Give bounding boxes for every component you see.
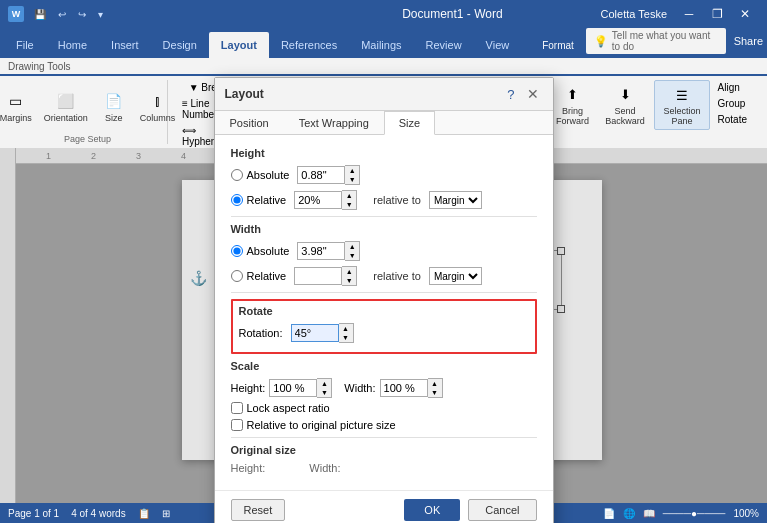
tab-review[interactable]: Review	[414, 32, 474, 58]
width-relative-spin[interactable]: ▲ ▼	[294, 266, 357, 286]
undo-button[interactable]: ↩	[54, 7, 70, 22]
width-rel-down[interactable]: ▼	[342, 276, 356, 285]
rotation-spinners[interactable]: ▲ ▼	[339, 323, 354, 343]
scale-height-up[interactable]: ▲	[317, 379, 331, 388]
group-button[interactable]: Group	[714, 96, 751, 111]
ok-button[interactable]: OK	[404, 499, 460, 521]
dialog-tab-size[interactable]: Size	[384, 111, 435, 135]
lock-aspect-checkbox[interactable]	[231, 402, 243, 414]
view-print-icon[interactable]: 📄	[603, 508, 615, 519]
height-relative-label[interactable]: Relative	[231, 194, 287, 206]
view-web-icon[interactable]: 🌐	[623, 508, 635, 519]
relative-original-label[interactable]: Relative to original picture size	[231, 419, 396, 431]
dialog-help-button[interactable]: ?	[507, 87, 514, 102]
height-relative-spin[interactable]: ▲ ▼	[294, 190, 357, 210]
scale-width-input[interactable]	[380, 379, 428, 397]
width-absolute-spin[interactable]: ▲ ▼	[297, 241, 360, 261]
bring-forward-button[interactable]: ⬆ Bring Forward	[549, 80, 595, 128]
tab-format-drawing[interactable]: Format	[530, 32, 586, 58]
width-rel-up[interactable]: ▲	[342, 267, 356, 276]
view-read-icon[interactable]: 📖	[643, 508, 655, 519]
height-relative-radio[interactable]	[231, 194, 243, 206]
scale-width-spinners[interactable]: ▲ ▼	[428, 378, 443, 398]
tab-home[interactable]: Home	[46, 32, 99, 58]
width-relative-input[interactable]	[294, 267, 342, 285]
selection-pane-button[interactable]: ☰ Selection Pane	[654, 80, 709, 130]
height-relative-text: Relative	[247, 194, 287, 206]
tab-file[interactable]: File	[4, 32, 46, 58]
proofing-icon[interactable]: 📋	[138, 508, 150, 519]
rotation-row: Rotation: ▲ ▼	[239, 323, 529, 343]
scale-width-down[interactable]: ▼	[428, 388, 442, 397]
width-relative-radio[interactable]	[231, 270, 243, 282]
close-button[interactable]: ✕	[731, 0, 759, 28]
send-backward-button[interactable]: ⬇ Send Backward	[600, 80, 651, 128]
height-abs-spinners[interactable]: ▲ ▼	[345, 165, 360, 185]
width-abs-up[interactable]: ▲	[345, 242, 359, 251]
reset-button[interactable]: Reset	[231, 499, 286, 521]
rotate-button[interactable]: Rotate	[714, 112, 751, 127]
redo-button[interactable]: ↪	[74, 7, 90, 22]
relative-original-checkbox[interactable]	[231, 419, 243, 431]
minimize-button[interactable]: ─	[675, 0, 703, 28]
rotation-down[interactable]: ▼	[339, 333, 353, 342]
tab-mailings[interactable]: Mailings	[349, 32, 413, 58]
scale-width-spin[interactable]: ▲ ▼	[380, 378, 443, 398]
height-absolute-spin[interactable]: ▲ ▼	[297, 165, 360, 185]
height-absolute-label[interactable]: Absolute	[231, 169, 290, 181]
dialog-tab-position[interactable]: Position	[215, 111, 284, 135]
share-button[interactable]: Share	[734, 35, 763, 47]
width-absolute-label[interactable]: Absolute	[231, 245, 290, 257]
cancel-button[interactable]: Cancel	[468, 499, 536, 521]
height-relative-to-select[interactable]: Margin Page	[429, 191, 482, 209]
height-rel-spinners[interactable]: ▲ ▼	[342, 190, 357, 210]
dialog-title-bar: Layout ? ✕	[215, 78, 553, 111]
dialog-tab-text-wrapping[interactable]: Text Wrapping	[284, 111, 384, 135]
align-button[interactable]: Align	[714, 80, 751, 95]
height-rel-down[interactable]: ▼	[342, 200, 356, 209]
width-abs-down[interactable]: ▼	[345, 251, 359, 260]
tab-layout[interactable]: Layout	[209, 32, 269, 58]
margins-button[interactable]: ▭ Margins	[0, 87, 36, 125]
save-button[interactable]: 💾	[30, 7, 50, 22]
tab-references[interactable]: References	[269, 32, 349, 58]
rotation-up[interactable]: ▲	[339, 324, 353, 333]
height-relative-row: Relative ▲ ▼ relative to Margin Page	[231, 190, 537, 210]
modal-overlay: Layout ? ✕ Position Text Wrapping Size H…	[0, 148, 767, 503]
bring-forward-label: Bring Forward	[553, 106, 591, 126]
height-abs-down[interactable]: ▼	[345, 175, 359, 184]
tab-insert[interactable]: Insert	[99, 32, 151, 58]
customize-button[interactable]: ▾	[94, 7, 107, 22]
scale-height-down[interactable]: ▼	[317, 388, 331, 397]
size-button[interactable]: 📄 Size	[96, 87, 132, 125]
relative-original-row: Relative to original picture size	[231, 419, 537, 431]
scale-height-input[interactable]	[269, 379, 317, 397]
height-rel-up[interactable]: ▲	[342, 191, 356, 200]
width-abs-spinners[interactable]: ▲ ▼	[345, 241, 360, 261]
tab-view[interactable]: View	[474, 32, 522, 58]
rotation-input[interactable]	[291, 324, 339, 342]
tab-design[interactable]: Design	[151, 32, 209, 58]
height-abs-up[interactable]: ▲	[345, 166, 359, 175]
scale-height-spinners[interactable]: ▲ ▼	[317, 378, 332, 398]
rotation-spin[interactable]: ▲ ▼	[291, 323, 354, 343]
dialog-close-button[interactable]: ✕	[523, 84, 543, 104]
width-relative-to-select[interactable]: Margin Page	[429, 267, 482, 285]
width-absolute-input[interactable]	[297, 242, 345, 260]
width-rel-spinners[interactable]: ▲ ▼	[342, 266, 357, 286]
lock-aspect-label[interactable]: Lock aspect ratio	[231, 402, 330, 414]
original-size-title: Original size	[231, 444, 537, 456]
height-absolute-input[interactable]	[297, 166, 345, 184]
macro-icon[interactable]: ⊞	[162, 508, 170, 519]
tell-me-box[interactable]: 💡 Tell me what you want to do	[586, 28, 726, 54]
orig-width-label: Width:	[309, 462, 340, 474]
restore-button[interactable]: ❐	[703, 0, 731, 28]
scale-height-spin[interactable]: ▲ ▼	[269, 378, 332, 398]
height-relative-input[interactable]	[294, 191, 342, 209]
width-absolute-radio[interactable]	[231, 245, 243, 257]
zoom-slider[interactable]: ────●────	[663, 508, 726, 519]
scale-width-up[interactable]: ▲	[428, 379, 442, 388]
width-relative-label[interactable]: Relative	[231, 270, 287, 282]
height-absolute-radio[interactable]	[231, 169, 243, 181]
orientation-button[interactable]: ⬜ Orientation	[40, 87, 92, 125]
